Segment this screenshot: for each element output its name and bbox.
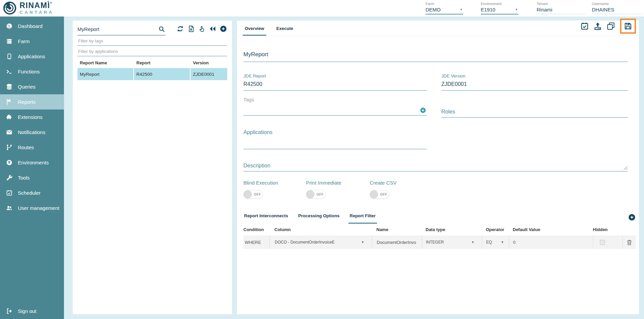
hidden-checkbox[interactable] [600,240,605,245]
logo-swirl-icon [3,1,17,15]
calendar-check-icon [6,189,13,196]
column-version: Version [191,60,227,65]
sidebar-item-reports[interactable]: Reports [0,94,64,109]
print-immediate-toggle[interactable]: OFF [306,190,326,199]
column-data-type: Data type [422,227,482,232]
registered-mark: ® [50,1,53,4]
detail-tabbar: Overview Execute [237,21,639,36]
rewind-button[interactable] [209,25,216,33]
logo-line1: RINAMI®▼ [20,2,54,9]
tab-report-filter[interactable]: Report Filter [349,213,376,224]
filter-table-header: Condition Column Name Data type Operator… [243,227,636,235]
select-hand-button[interactable] [198,25,206,33]
column-operator: Operator [482,227,509,232]
sidebar-nav: Dashboard Farm Applications Functions [0,17,64,216]
create-csv-toggle[interactable]: OFF [370,190,389,199]
column-dropdown[interactable]: DOCO - DocumentOrderInvoiceE ▼ [269,235,372,249]
toggle-knob [306,190,314,198]
copy-button[interactable] [606,22,615,31]
wrench-icon [6,174,13,181]
report-name-field[interactable]: MyReport [243,51,628,62]
sidebar-item-farm[interactable]: Farm [0,34,64,49]
sidebar-item-queries[interactable]: Queries [0,79,64,94]
save-highlight-box [620,19,636,34]
sidebar-item-applications[interactable]: Applications [0,49,64,64]
column-name: Name [372,227,422,232]
sidebar-item-functions[interactable]: Functions [0,64,64,79]
refresh-button[interactable] [176,25,184,33]
chevron-down-icon: ▼ [515,8,518,11]
column-default-value: Default Value [509,227,593,232]
sidebar-item-environments[interactable]: Environments [0,155,64,170]
search-icon[interactable] [158,25,166,33]
sidebar-item-tools[interactable]: Tools [0,170,64,185]
save-button[interactable] [623,22,633,31]
tenant-label: Tenant [537,2,586,6]
chevron-down-icon: ▼ [501,241,504,244]
blind-execution-toggle[interactable]: OFF [243,190,263,199]
description-field[interactable]: Description [243,163,628,171]
resize-grip[interactable] [623,166,628,170]
add-filter-button[interactable] [628,213,636,221]
operator-dropdown[interactable]: EQ ▼ [482,235,509,249]
report-list-row[interactable]: MyReport R42500 ZJDE0001 [77,68,227,80]
tab-execute[interactable]: Execute [275,26,295,36]
jde-report-label: JDE Report [243,73,427,78]
chevron-down-icon: ▼ [471,241,474,244]
report-search-input[interactable] [77,26,153,32]
delete-filter-button[interactable] [626,239,633,246]
schedule-button[interactable] [580,22,589,31]
applications-field[interactable]: Applications [243,129,427,149]
jde-version-label: JDE Version [441,73,628,78]
tags-field[interactable]: Tags [243,97,427,116]
default-value-cell[interactable]: 0 [509,235,593,249]
sidebar-item-notifications[interactable]: Notifications [0,125,64,140]
add-tag-button[interactable] [420,107,426,114]
farm-label: Farm [426,2,463,6]
app-logo[interactable]: RINAMI®▼ CANTARA [3,1,54,15]
puzzle-icon [6,114,13,121]
blind-execution-label: Blind Execution [243,180,306,186]
jde-version-field[interactable]: ZJDE0001 [441,81,628,91]
username-label: Username [592,2,642,6]
filter-by-applications-input[interactable] [77,46,227,56]
flag-icon [6,98,13,105]
username-field: Username DHAINES [592,2,642,14]
sidebar-item-extensions[interactable]: Extensions [0,109,64,125]
farm-servers-icon [6,38,13,45]
tags-placeholder: Tags [243,97,254,102]
farm-select[interactable]: Farm DEMO ▼ [426,2,463,14]
sidebar-item-dashboard[interactable]: Dashboard [0,19,64,34]
tab-processing-options[interactable]: Processing Options [298,213,340,224]
upload-button[interactable] [593,22,602,31]
reports-list-panel: Report Name Report Version MyReport R425… [73,21,232,314]
tab-report-interconnects[interactable]: Report Interconnects [243,213,289,224]
environment-label: Environment [481,2,518,6]
roles-label: Roles [441,109,628,117]
sidebar-item-user-management[interactable]: User management [0,200,64,216]
sign-out-button[interactable]: Sign out [0,303,64,319]
sidebar-item-routes[interactable]: Routes [0,140,64,155]
toggle-state: OFF [316,193,324,196]
app-header: RINAMI®▼ CANTARA Farm DEMO ▼ Environment… [0,0,644,17]
column-column: Column [269,227,372,232]
logo-accent: ▼ [47,0,49,3]
roles-field[interactable]: Roles [441,99,628,118]
sidebar-item-scheduler[interactable]: Scheduler [0,185,64,200]
name-cell[interactable]: DocumentOrderInvo [372,235,422,249]
create-csv-label: Create CSV [370,180,432,186]
filter-by-tags-input[interactable] [77,35,227,46]
export-excel-button[interactable] [187,25,195,33]
description-label: Description [243,163,270,168]
column-condition: Condition [243,227,269,232]
logo-line2: CANTARA [20,10,54,14]
data-type-dropdown[interactable]: INTEGER ▼ [422,235,482,249]
add-report-button[interactable] [219,25,227,33]
chevron-down-icon: ▼ [361,241,364,244]
row-report: R42500 [134,68,191,80]
sign-out-icon [6,308,13,315]
filter-row: WHERE DOCO - DocumentOrderInvoiceE ▼ Doc… [243,235,636,249]
jde-report-field[interactable]: R42500 [243,81,427,91]
environment-select[interactable]: Environment E1910 ▼ [481,2,518,14]
tab-overview[interactable]: Overview [243,26,266,36]
